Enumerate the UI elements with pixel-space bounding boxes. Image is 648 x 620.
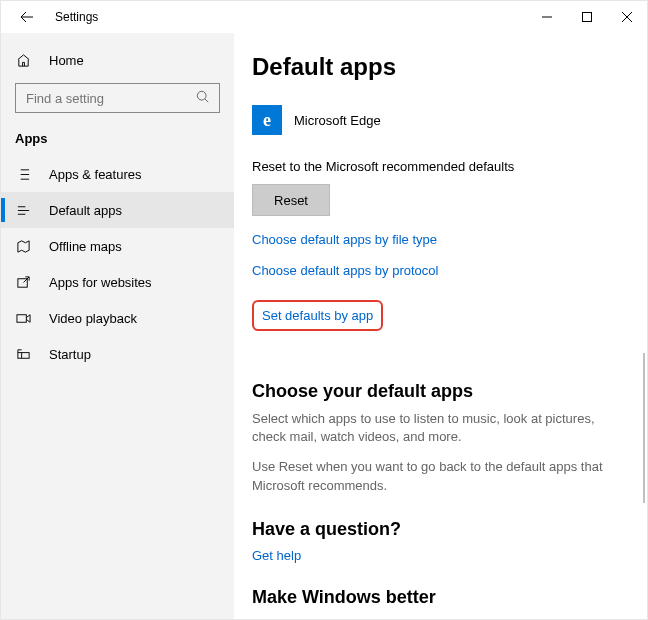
minimize-button[interactable] [527,1,567,33]
sidebar-home-label: Home [49,53,84,68]
sidebar-item-label: Startup [49,347,91,362]
default-browser-tile[interactable]: e Microsoft Edge [252,105,627,135]
search-input[interactable] [15,83,220,113]
search-field[interactable] [24,90,196,107]
edge-icon: e [252,105,282,135]
sidebar-item-apps-features[interactable]: Apps & features [1,156,234,192]
sidebar-item-label: Apps for websites [49,275,152,290]
sidebar-item-apps-websites[interactable]: Apps for websites [1,264,234,300]
back-icon[interactable] [19,9,35,25]
question-header: Have a question? [252,519,627,540]
sidebar-item-offline-maps[interactable]: Offline maps [1,228,234,264]
sidebar-item-video-playback[interactable]: Video playback [1,300,234,336]
sidebar-home[interactable]: Home [1,43,234,77]
maximize-button[interactable] [567,1,607,33]
titlebar: Settings [1,1,647,33]
choose-defaults-desc1: Select which apps to use to listen to mu… [252,410,627,446]
video-icon [15,310,31,326]
scrollbar[interactable] [643,353,645,503]
svg-rect-1 [583,13,592,22]
sidebar-item-label: Default apps [49,203,122,218]
choose-defaults-header: Choose your default apps [252,381,627,402]
sidebar: Home Apps Apps & features Default apps [1,33,234,619]
reset-button[interactable]: Reset [252,184,330,216]
sidebar-item-label: Offline maps [49,239,122,254]
page-title: Default apps [252,53,627,81]
open-icon [15,274,31,290]
main-content: Default apps Web browser e Microsoft Edg… [234,33,647,619]
window-controls [527,1,647,33]
link-set-defaults-by-app[interactable]: Set defaults by app [252,300,383,331]
feedback-header: Make Windows better [252,587,627,608]
sidebar-item-label: Apps & features [49,167,142,182]
close-button[interactable] [607,1,647,33]
defaults-icon [15,202,31,218]
list-icon [15,166,31,182]
home-icon [15,52,31,68]
link-get-help[interactable]: Get help [252,548,627,563]
link-choose-by-filetype[interactable]: Choose default apps by file type [252,232,627,247]
svg-rect-16 [16,314,25,322]
sidebar-category: Apps [1,123,234,156]
startup-icon [15,346,31,362]
default-browser-name: Microsoft Edge [294,113,381,128]
svg-rect-17 [17,352,28,358]
app-title: Settings [55,10,98,24]
map-icon [15,238,31,254]
link-choose-by-protocol[interactable]: Choose default apps by protocol [252,263,627,278]
sidebar-item-startup[interactable]: Startup [1,336,234,372]
truncated-section-label: Web browser [252,95,627,101]
reset-label: Reset to the Microsoft recommended defau… [252,159,627,174]
choose-defaults-desc2: Use Reset when you want to go back to th… [252,458,627,494]
svg-line-5 [205,99,209,103]
sidebar-item-label: Video playback [49,311,137,326]
settings-window: Settings Home Apps [0,0,648,620]
search-icon [196,90,211,106]
sidebar-item-default-apps[interactable]: Default apps [1,192,234,228]
link-give-feedback[interactable]: Give us feedback [252,616,627,619]
